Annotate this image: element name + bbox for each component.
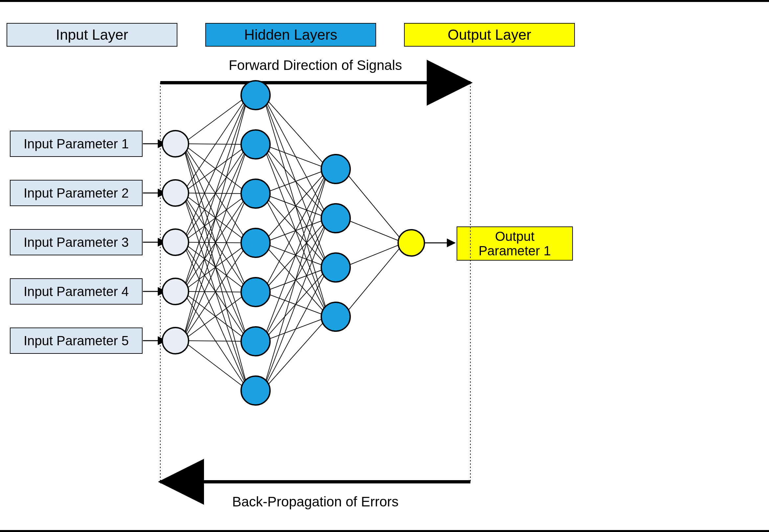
svg-point-92 xyxy=(398,230,424,256)
svg-line-39 xyxy=(263,95,329,169)
hidden2-nodes xyxy=(321,155,350,331)
svg-line-69 xyxy=(343,243,404,267)
diagram-canvas: Input Layer Hidden Layers Output Layer F… xyxy=(0,0,769,532)
svg-point-88 xyxy=(321,155,350,183)
svg-line-68 xyxy=(343,218,404,243)
svg-point-81 xyxy=(241,81,270,110)
svg-line-36 xyxy=(182,292,248,341)
output-nodes xyxy=(398,230,424,256)
svg-line-43 xyxy=(263,144,329,169)
network-svg xyxy=(0,0,769,532)
svg-point-79 xyxy=(162,278,188,305)
svg-line-63 xyxy=(263,169,329,391)
svg-line-38 xyxy=(182,341,248,391)
svg-point-76 xyxy=(162,131,188,157)
svg-line-32 xyxy=(182,95,248,341)
svg-line-70 xyxy=(343,243,404,317)
svg-line-51 xyxy=(263,169,329,243)
hidden1-nodes xyxy=(241,81,270,405)
svg-point-77 xyxy=(162,180,188,206)
svg-point-82 xyxy=(241,130,270,159)
svg-point-89 xyxy=(321,204,350,233)
svg-line-18 xyxy=(182,95,248,242)
svg-point-83 xyxy=(241,179,270,208)
svg-point-84 xyxy=(241,228,270,257)
svg-point-90 xyxy=(321,253,350,282)
input-nodes xyxy=(162,131,188,354)
svg-line-67 xyxy=(343,169,404,243)
svg-point-91 xyxy=(321,302,350,331)
svg-line-65 xyxy=(263,267,329,391)
svg-line-66 xyxy=(263,317,329,391)
svg-line-47 xyxy=(263,169,329,194)
svg-point-86 xyxy=(241,327,270,356)
svg-point-80 xyxy=(162,328,188,354)
svg-line-64 xyxy=(263,218,329,391)
svg-point-87 xyxy=(241,376,270,405)
edges-h2-out xyxy=(343,169,404,317)
svg-line-37 xyxy=(182,341,248,341)
svg-line-59 xyxy=(263,169,329,341)
svg-line-4 xyxy=(182,95,248,144)
edges-h1-h2 xyxy=(263,95,329,391)
edges-input-h1 xyxy=(182,95,248,391)
svg-point-78 xyxy=(162,229,188,255)
svg-point-85 xyxy=(241,278,270,307)
svg-line-55 xyxy=(263,169,329,292)
